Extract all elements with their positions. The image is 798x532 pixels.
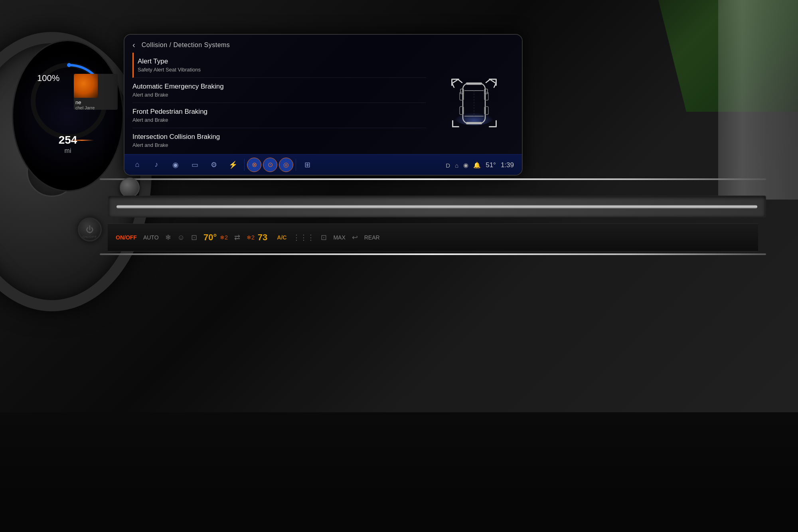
svg-rect-4	[489, 79, 496, 80]
hvac-defrost-icon: ⊡	[321, 233, 327, 242]
cluster-unit: mi	[65, 147, 71, 154]
hvac-person-icon: ☺	[178, 233, 185, 242]
hvac-ac[interactable]: A/C	[277, 234, 286, 241]
hvac-fan-right: ❄2	[247, 234, 255, 241]
menu-item-3-title: Intersection Collision Braking	[132, 133, 426, 141]
nav-power[interactable]: ⚡	[224, 157, 242, 172]
svg-rect-8	[496, 120, 497, 127]
menu-item-3-subtitle: Alert and Brake	[132, 142, 426, 148]
svg-rect-6	[496, 79, 497, 86]
nav-phone[interactable]: ▭	[186, 157, 203, 172]
hvac-power[interactable]: ON/OFF	[116, 234, 137, 241]
menu-item-0-title: Alert Type	[138, 57, 426, 65]
status-location-icon: ◉	[463, 162, 468, 169]
hvac-seat-icon: ⊡	[191, 233, 197, 242]
car-diagram	[434, 53, 514, 154]
hvac-left-temp: 70°	[203, 232, 217, 243]
screen-title: Collision / Detection Systems	[142, 42, 230, 49]
infotainment-screen: ‹ Collision / Detection Systems Alert Ty…	[124, 34, 523, 176]
menu-item-2-title: Front Pedestrian Braking	[132, 108, 426, 116]
hvac-right-section: ❄2 73	[247, 232, 267, 243]
svg-rect-14	[466, 83, 482, 85]
nav-divider	[244, 159, 245, 171]
screen-status: D ⌂ ◉ 🔔 51° 1:39	[446, 161, 514, 169]
hvac-auto[interactable]: AUTO	[143, 234, 159, 241]
menu-item-1-subtitle: Alert and Brake	[132, 92, 426, 98]
screen-content: Alert Type Safety Alert Seat Vibrations …	[124, 53, 522, 154]
accent-light	[70, 140, 94, 141]
status-drive-mode: D	[446, 162, 450, 169]
svg-rect-15	[466, 122, 482, 124]
power-button[interactable]: ⏻ ON/OFF	[78, 218, 102, 241]
navigation-bar: ⌂ ♪ ◉ ▭ ⚙ ⚡ ⊗ ⊙ ◎ ⊞ D ⌂ ◉ 🔔 51° 1:39	[124, 154, 522, 175]
svg-rect-9	[452, 126, 459, 127]
menu-item-intersection-collision[interactable]: Intersection Collision Braking Alert and…	[132, 128, 426, 153]
nav-home[interactable]: ⌂	[128, 157, 146, 172]
vent-chrome-strip	[117, 205, 757, 208]
instrument-cluster: 100% 254 mi	[12, 40, 124, 192]
menu-item-0-subtitle: Safety Alert Seat Vibrations	[138, 67, 426, 73]
chrome-trim-upper	[100, 178, 766, 180]
media-album-art	[74, 74, 98, 98]
menu-item-1-title: Automatic Emergency Braking	[132, 83, 426, 91]
menu-item-auto-emergency[interactable]: Automatic Emergency Braking Alert and Br…	[132, 78, 426, 103]
hvac-rear[interactable]: REAR	[364, 234, 380, 241]
status-temperature: 51°	[486, 161, 496, 169]
menu-list: Alert Type Safety Alert Seat Vibrations …	[132, 53, 426, 154]
screen-inner: ‹ Collision / Detection Systems Alert Ty…	[124, 35, 522, 175]
menu-item-front-pedestrian[interactable]: Front Pedestrian Braking Alert and Brake	[132, 103, 426, 128]
nav-location[interactable]: ◉	[167, 157, 184, 172]
air-vent	[108, 196, 766, 218]
power-label: ON/OFF	[83, 235, 97, 239]
menu-item-alert-type[interactable]: Alert Type Safety Alert Seat Vibrations	[132, 53, 426, 78]
svg-rect-5	[451, 79, 452, 86]
media-widget: ne chel Jarre	[74, 74, 118, 110]
hvac-left-section: 70° ❄2	[203, 232, 228, 243]
hvac-fan-left: ❄2	[220, 234, 228, 241]
media-artist: chel Jarre	[75, 105, 116, 110]
status-home-icon: ⌂	[455, 162, 458, 169]
menu-item-2-subtitle: Alert and Brake	[132, 117, 426, 123]
hvac-heat-icon: ⋮⋮⋮	[293, 233, 314, 242]
nav-settings-connectivity[interactable]: ⚙	[205, 157, 223, 172]
cluster-percent: 100%	[37, 73, 59, 83]
nav-collision-1[interactable]: ⊗	[247, 158, 261, 172]
hvac-bar: ON/OFF AUTO ❄ ☺ ⊡ 70° ❄2 ⇄ ❄2 73 A/C ⋮⋮⋮…	[108, 223, 758, 251]
media-info: ne chel Jarre	[74, 98, 118, 110]
status-time: 1:39	[501, 161, 514, 169]
hvac-arrows-icon: ⇄	[234, 233, 240, 242]
hvac-rear-icon: ↩	[352, 233, 358, 242]
power-icon: ⏻	[86, 225, 94, 234]
car-diagram-svg	[442, 71, 506, 135]
nav-collision-3[interactable]: ◎	[279, 158, 293, 172]
status-bell-icon: 🔔	[473, 162, 481, 169]
nav-divider-2	[296, 159, 296, 171]
back-button[interactable]: ‹	[132, 40, 135, 49]
nav-music[interactable]: ♪	[148, 157, 165, 172]
bottom-dark	[0, 412, 798, 532]
gear-knob[interactable]	[120, 178, 140, 198]
svg-rect-3	[452, 79, 459, 80]
hvac-max[interactable]: MAX	[333, 234, 345, 241]
screen-header: ‹ Collision / Detection Systems	[124, 35, 522, 53]
hvac-right-temp: 73	[258, 232, 267, 243]
nav-collision-2[interactable]: ⊙	[263, 158, 277, 172]
media-title: ne	[75, 99, 116, 105]
nav-split-screen[interactable]: ⊞	[298, 157, 316, 172]
svg-point-1	[67, 63, 71, 67]
right-wall	[718, 0, 798, 200]
hvac-airflow-icon: ❄	[165, 233, 171, 242]
chrome-trim-lower	[100, 253, 766, 255]
svg-rect-10	[489, 126, 496, 127]
